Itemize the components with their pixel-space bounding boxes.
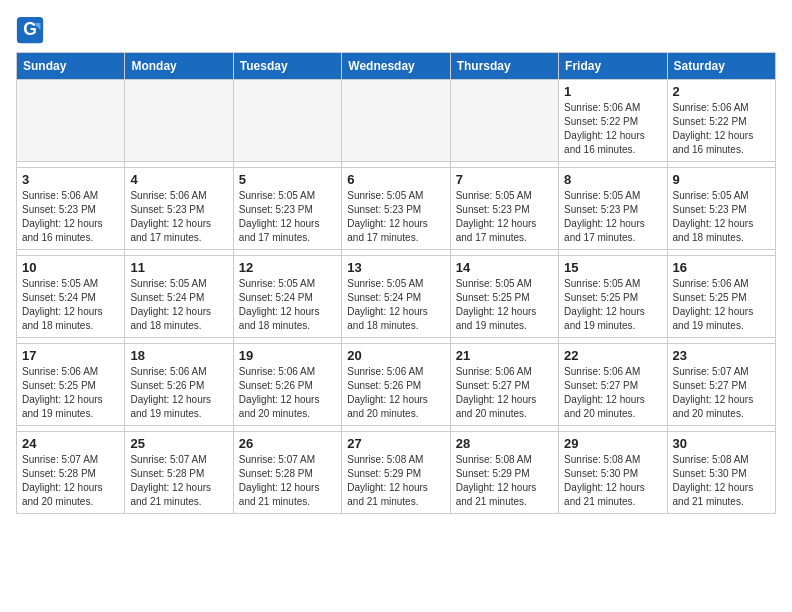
col-header-friday: Friday [559,53,667,80]
calendar-cell: 8Sunrise: 5:05 AM Sunset: 5:23 PM Daylig… [559,168,667,250]
day-info: Sunrise: 5:05 AM Sunset: 5:25 PM Dayligh… [456,277,553,333]
day-info: Sunrise: 5:05 AM Sunset: 5:23 PM Dayligh… [564,189,661,245]
calendar: SundayMondayTuesdayWednesdayThursdayFrid… [16,52,776,514]
col-header-wednesday: Wednesday [342,53,450,80]
day-info: Sunrise: 5:05 AM Sunset: 5:23 PM Dayligh… [239,189,336,245]
day-number: 11 [130,260,227,275]
col-header-sunday: Sunday [17,53,125,80]
calendar-cell: 18Sunrise: 5:06 AM Sunset: 5:26 PM Dayli… [125,344,233,426]
calendar-cell: 16Sunrise: 5:06 AM Sunset: 5:25 PM Dayli… [667,256,775,338]
day-number: 28 [456,436,553,451]
day-info: Sunrise: 5:08 AM Sunset: 5:29 PM Dayligh… [456,453,553,509]
day-info: Sunrise: 5:05 AM Sunset: 5:24 PM Dayligh… [130,277,227,333]
calendar-cell: 25Sunrise: 5:07 AM Sunset: 5:28 PM Dayli… [125,432,233,514]
calendar-cell: 7Sunrise: 5:05 AM Sunset: 5:23 PM Daylig… [450,168,558,250]
calendar-week-row: 17Sunrise: 5:06 AM Sunset: 5:25 PM Dayli… [17,344,776,426]
day-number: 26 [239,436,336,451]
calendar-cell: 9Sunrise: 5:05 AM Sunset: 5:23 PM Daylig… [667,168,775,250]
day-number: 22 [564,348,661,363]
calendar-cell: 22Sunrise: 5:06 AM Sunset: 5:27 PM Dayli… [559,344,667,426]
day-info: Sunrise: 5:06 AM Sunset: 5:25 PM Dayligh… [673,277,770,333]
calendar-cell: 23Sunrise: 5:07 AM Sunset: 5:27 PM Dayli… [667,344,775,426]
day-info: Sunrise: 5:06 AM Sunset: 5:27 PM Dayligh… [564,365,661,421]
col-header-monday: Monday [125,53,233,80]
day-info: Sunrise: 5:06 AM Sunset: 5:22 PM Dayligh… [564,101,661,157]
calendar-header-row: SundayMondayTuesdayWednesdayThursdayFrid… [17,53,776,80]
calendar-cell: 6Sunrise: 5:05 AM Sunset: 5:23 PM Daylig… [342,168,450,250]
calendar-cell [17,80,125,162]
calendar-cell: 29Sunrise: 5:08 AM Sunset: 5:30 PM Dayli… [559,432,667,514]
calendar-week-row: 1Sunrise: 5:06 AM Sunset: 5:22 PM Daylig… [17,80,776,162]
day-number: 2 [673,84,770,99]
day-number: 16 [673,260,770,275]
day-info: Sunrise: 5:05 AM Sunset: 5:25 PM Dayligh… [564,277,661,333]
col-header-saturday: Saturday [667,53,775,80]
day-info: Sunrise: 5:06 AM Sunset: 5:22 PM Dayligh… [673,101,770,157]
day-info: Sunrise: 5:06 AM Sunset: 5:23 PM Dayligh… [130,189,227,245]
day-number: 23 [673,348,770,363]
calendar-cell: 30Sunrise: 5:08 AM Sunset: 5:30 PM Dayli… [667,432,775,514]
calendar-cell: 5Sunrise: 5:05 AM Sunset: 5:23 PM Daylig… [233,168,341,250]
day-number: 4 [130,172,227,187]
day-number: 12 [239,260,336,275]
day-number: 29 [564,436,661,451]
calendar-cell: 12Sunrise: 5:05 AM Sunset: 5:24 PM Dayli… [233,256,341,338]
day-info: Sunrise: 5:07 AM Sunset: 5:28 PM Dayligh… [130,453,227,509]
day-number: 14 [456,260,553,275]
day-info: Sunrise: 5:06 AM Sunset: 5:26 PM Dayligh… [347,365,444,421]
day-number: 9 [673,172,770,187]
day-number: 20 [347,348,444,363]
page-header: G [16,16,776,44]
logo: G [16,16,48,44]
calendar-cell: 26Sunrise: 5:07 AM Sunset: 5:28 PM Dayli… [233,432,341,514]
day-number: 6 [347,172,444,187]
day-number: 21 [456,348,553,363]
day-info: Sunrise: 5:06 AM Sunset: 5:26 PM Dayligh… [239,365,336,421]
col-header-thursday: Thursday [450,53,558,80]
day-info: Sunrise: 5:05 AM Sunset: 5:24 PM Dayligh… [347,277,444,333]
day-number: 8 [564,172,661,187]
calendar-cell: 24Sunrise: 5:07 AM Sunset: 5:28 PM Dayli… [17,432,125,514]
day-number: 10 [22,260,119,275]
calendar-cell: 4Sunrise: 5:06 AM Sunset: 5:23 PM Daylig… [125,168,233,250]
day-info: Sunrise: 5:05 AM Sunset: 5:23 PM Dayligh… [673,189,770,245]
calendar-cell [233,80,341,162]
day-info: Sunrise: 5:07 AM Sunset: 5:28 PM Dayligh… [22,453,119,509]
day-number: 27 [347,436,444,451]
calendar-week-row: 24Sunrise: 5:07 AM Sunset: 5:28 PM Dayli… [17,432,776,514]
logo-icon: G [16,16,44,44]
calendar-cell: 1Sunrise: 5:06 AM Sunset: 5:22 PM Daylig… [559,80,667,162]
calendar-cell: 15Sunrise: 5:05 AM Sunset: 5:25 PM Dayli… [559,256,667,338]
day-number: 30 [673,436,770,451]
day-info: Sunrise: 5:07 AM Sunset: 5:28 PM Dayligh… [239,453,336,509]
day-number: 24 [22,436,119,451]
calendar-cell: 17Sunrise: 5:06 AM Sunset: 5:25 PM Dayli… [17,344,125,426]
calendar-cell: 20Sunrise: 5:06 AM Sunset: 5:26 PM Dayli… [342,344,450,426]
day-number: 5 [239,172,336,187]
calendar-cell: 19Sunrise: 5:06 AM Sunset: 5:26 PM Dayli… [233,344,341,426]
day-info: Sunrise: 5:06 AM Sunset: 5:23 PM Dayligh… [22,189,119,245]
calendar-cell [450,80,558,162]
svg-text:G: G [23,19,37,39]
day-info: Sunrise: 5:08 AM Sunset: 5:30 PM Dayligh… [564,453,661,509]
day-info: Sunrise: 5:06 AM Sunset: 5:26 PM Dayligh… [130,365,227,421]
day-number: 7 [456,172,553,187]
day-info: Sunrise: 5:08 AM Sunset: 5:29 PM Dayligh… [347,453,444,509]
calendar-cell: 13Sunrise: 5:05 AM Sunset: 5:24 PM Dayli… [342,256,450,338]
calendar-cell: 28Sunrise: 5:08 AM Sunset: 5:29 PM Dayli… [450,432,558,514]
day-info: Sunrise: 5:07 AM Sunset: 5:27 PM Dayligh… [673,365,770,421]
day-info: Sunrise: 5:06 AM Sunset: 5:25 PM Dayligh… [22,365,119,421]
calendar-cell: 14Sunrise: 5:05 AM Sunset: 5:25 PM Dayli… [450,256,558,338]
day-info: Sunrise: 5:05 AM Sunset: 5:24 PM Dayligh… [239,277,336,333]
day-number: 18 [130,348,227,363]
day-number: 3 [22,172,119,187]
day-number: 1 [564,84,661,99]
day-number: 15 [564,260,661,275]
col-header-tuesday: Tuesday [233,53,341,80]
day-info: Sunrise: 5:05 AM Sunset: 5:23 PM Dayligh… [347,189,444,245]
calendar-cell: 2Sunrise: 5:06 AM Sunset: 5:22 PM Daylig… [667,80,775,162]
day-info: Sunrise: 5:06 AM Sunset: 5:27 PM Dayligh… [456,365,553,421]
calendar-cell [342,80,450,162]
day-info: Sunrise: 5:05 AM Sunset: 5:23 PM Dayligh… [456,189,553,245]
day-number: 25 [130,436,227,451]
